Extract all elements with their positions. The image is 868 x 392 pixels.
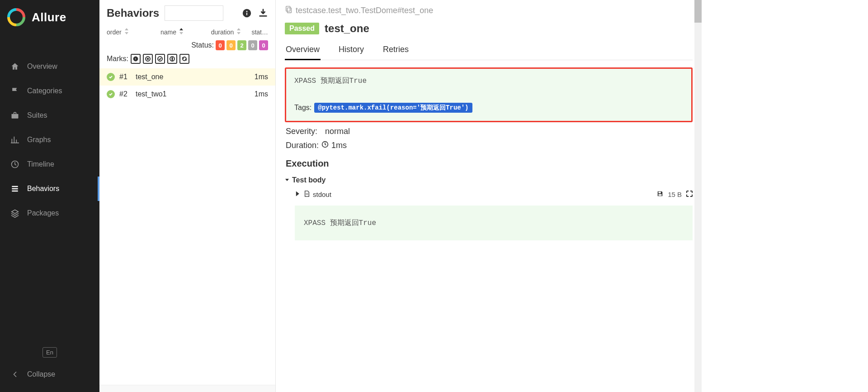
detail-panel: testcase.test_two.TestDome#test_one Pass…	[276, 0, 702, 392]
message-box: XPASS 预期返回True Tags: @pytest.mark.xfail(…	[285, 67, 693, 122]
language-button[interactable]: En	[42, 347, 57, 358]
chevron-down-icon	[283, 178, 291, 182]
svg-point-4	[246, 11, 248, 12]
clock-icon	[321, 141, 329, 150]
test-list-panel: Behaviors order name duration stat… Stat…	[99, 0, 276, 392]
tab-history[interactable]: History	[338, 41, 365, 60]
tag: @pytest.mark.xfail(reason='预期返回True')	[314, 103, 472, 113]
stdout-content: XPASS 预期返回True	[295, 206, 693, 240]
test-title: test_one	[325, 22, 369, 35]
tags-label: Tags:	[294, 104, 311, 112]
col-status[interactable]: stat…	[250, 28, 268, 36]
chevron-left-icon	[10, 369, 20, 379]
test-row[interactable]: #2 test_two1 1ms	[99, 86, 275, 103]
search-input[interactable]	[165, 5, 223, 21]
panel-title: Behaviors	[107, 7, 159, 19]
list-icon	[10, 184, 20, 194]
mark-flaky[interactable]	[131, 54, 141, 64]
svg-rect-16	[659, 194, 662, 196]
execution-heading: Execution	[285, 150, 693, 173]
nav-behaviors[interactable]: Behaviors	[0, 177, 99, 201]
status-skipped[interactable]: 0	[248, 40, 257, 50]
col-name[interactable]: name	[142, 28, 202, 36]
flag-icon	[10, 86, 20, 96]
tab-overview[interactable]: Overview	[285, 41, 321, 60]
vertical-scrollbar[interactable]	[694, 0, 702, 392]
file-size: 15 B	[668, 191, 682, 198]
tab-retries[interactable]: Retries	[382, 41, 410, 60]
save-icon[interactable]	[657, 191, 663, 198]
nav-packages[interactable]: Packages	[0, 201, 99, 225]
collapse-label: Collapse	[27, 370, 55, 378]
expand-icon[interactable]	[686, 191, 693, 198]
svg-point-11	[172, 60, 173, 61]
layers-icon	[10, 208, 20, 218]
status-broken[interactable]: 0	[226, 40, 236, 50]
info-icon[interactable]	[242, 8, 252, 18]
nav: Overview Categories Suites Graphs Timeli…	[0, 36, 99, 344]
mark-known[interactable]	[155, 54, 165, 64]
svg-rect-1	[12, 114, 19, 119]
severity: Severity: normal	[285, 122, 693, 136]
nav-overview[interactable]: Overview	[0, 54, 99, 79]
allure-logo-icon	[7, 8, 25, 26]
nav-label: Categories	[27, 87, 62, 95]
chevron-right-icon	[295, 191, 301, 198]
horizontal-scrollbar[interactable]	[99, 385, 275, 392]
mark-new[interactable]	[167, 54, 177, 64]
sort-icon	[124, 28, 129, 36]
test-body-toggle[interactable]: Test body	[285, 173, 693, 188]
brand: Allure	[0, 0, 99, 36]
download-icon[interactable]	[258, 8, 268, 18]
collapse-button[interactable]: Collapse	[0, 365, 99, 384]
status-failed[interactable]: 0	[216, 40, 225, 50]
col-order[interactable]: order	[107, 28, 138, 36]
nav-label: Graphs	[27, 136, 51, 144]
test-name: test_two1	[136, 90, 250, 98]
sort-icon	[179, 28, 184, 36]
status-passed[interactable]: 2	[237, 40, 246, 50]
marks-label: Marks:	[107, 55, 128, 63]
test-list: #1 test_one 1ms #2 test_two1 1ms	[99, 68, 275, 385]
attachment-stdout[interactable]: stdout 15 B	[285, 188, 693, 201]
sort-icon	[236, 28, 241, 36]
chart-icon	[10, 135, 20, 145]
test-row[interactable]: #1 test_one 1ms	[99, 68, 275, 86]
home-icon	[10, 62, 20, 72]
col-duration[interactable]: duration	[206, 28, 246, 36]
test-number: #1	[119, 73, 131, 81]
passed-icon	[107, 90, 115, 98]
status-unknown[interactable]: 0	[259, 40, 268, 50]
message-text: XPASS 预期返回True	[294, 76, 683, 86]
briefcase-icon	[10, 110, 20, 120]
mark-muted[interactable]	[143, 54, 153, 64]
test-name: test_one	[136, 73, 250, 81]
duration: Duration: 1ms	[285, 136, 693, 150]
nav-timeline[interactable]: Timeline	[0, 152, 99, 177]
mark-retry[interactable]	[179, 54, 189, 64]
passed-icon	[107, 73, 115, 81]
nav-categories[interactable]: Categories	[0, 79, 99, 103]
nav-graphs[interactable]: Graphs	[0, 128, 99, 152]
test-duration: 1ms	[255, 90, 268, 98]
sidebar-footer: En Collapse	[0, 344, 99, 392]
breadcrumb: testcase.test_two.TestDome#test_one	[285, 5, 693, 20]
copy-icon[interactable]	[285, 5, 293, 16]
status-label: Status:	[191, 41, 214, 49]
svg-rect-12	[287, 8, 291, 13]
clock-icon	[10, 159, 20, 169]
tabs: Overview History Retries	[285, 41, 693, 60]
sidebar: Allure Overview Categories Suites Graphs…	[0, 0, 99, 392]
test-duration: 1ms	[255, 73, 268, 81]
nav-label: Timeline	[27, 160, 54, 168]
test-number: #2	[119, 90, 131, 98]
nav-label: Packages	[27, 209, 59, 217]
svg-rect-10	[172, 57, 173, 60]
file-icon	[304, 191, 310, 198]
nav-suites[interactable]: Suites	[0, 103, 99, 128]
nav-label: Overview	[27, 62, 57, 71]
nav-label: Suites	[27, 111, 47, 120]
svg-rect-5	[246, 13, 247, 15]
nav-label: Behaviors	[27, 185, 59, 193]
svg-rect-13	[286, 6, 290, 11]
